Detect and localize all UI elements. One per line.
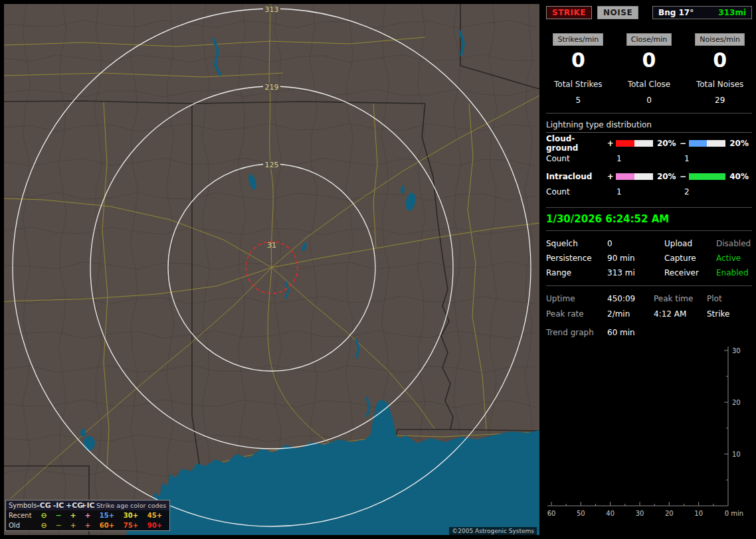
minus-sign: − — [680, 172, 687, 181]
current-datetime: 1/30/2026 6:24:52 AM — [546, 208, 752, 230]
recent-pcg-symbol: + — [66, 512, 80, 519]
ring-label-125: 125 — [265, 161, 279, 169]
trend-graph-window: 60 min — [607, 328, 752, 337]
intracloud-count-row: Count 1 2 — [546, 185, 752, 199]
y-tick-30: 30 — [732, 347, 741, 354]
bearing-range-display: Bng 17° 313mi — [652, 6, 752, 19]
noises-per-min-column: Noises/min 0 Total Noises 29 — [688, 33, 752, 105]
legend-col-pic: +IC — [80, 502, 95, 509]
age-code-75: 75+ — [119, 522, 143, 529]
trend-graph-row: Trend graph 60 min — [546, 328, 752, 337]
age-code-45: 45+ — [143, 512, 167, 519]
ring-label-31: 31 — [267, 241, 276, 250]
cg-minus-bar-fill — [689, 140, 708, 147]
ic-plus-percent: 20% — [655, 172, 680, 181]
plus-sign: + — [607, 139, 614, 148]
cg-minus-bar — [689, 140, 726, 147]
ring-label-219: 219 — [265, 83, 279, 92]
stats-grid: Uptime 450:09 Peak time Plot Peak rate 2… — [546, 294, 752, 319]
peak-rate-label: Peak rate — [546, 309, 607, 319]
x-tick-40: 40 — [606, 510, 614, 517]
x-tick-20: 20 — [665, 510, 674, 517]
ic-plus-count: 1 — [616, 187, 684, 196]
total-close-label: Total Close — [617, 80, 682, 89]
persistence-label: Persistence — [546, 254, 607, 263]
old-pcg-symbol: + — [66, 522, 80, 529]
cg-plus-percent: 20% — [655, 139, 680, 148]
separator — [546, 230, 752, 231]
old-ncg-symbol: ⊖ — [37, 522, 51, 529]
status-grid: Squelch 0 Upload Disabled Persistence 90… — [546, 239, 752, 277]
strikes-per-min-column: Strikes/min 0 Total Strikes 5 — [546, 33, 611, 105]
strike-tab[interactable]: STRIKE — [546, 6, 592, 19]
upload-status: Disabled — [716, 239, 752, 248]
age-code-30: 30+ — [119, 512, 143, 519]
receiver-status: Enabled — [716, 268, 752, 277]
mode-toggle-row: STRIKE NOISE Bng 17° 313mi — [546, 5, 752, 20]
x-tick-30: 30 — [636, 510, 644, 517]
trend-graph-label: Trend graph — [546, 328, 607, 337]
peak-time-value: 4:12 AM — [654, 309, 707, 319]
distribution-title: Lightning type distribution — [546, 120, 752, 133]
separator — [546, 113, 752, 114]
legend-old-label: Old — [6, 522, 37, 529]
close-per-min-header: Close/min — [626, 33, 672, 46]
legend-col-nic: -IC — [51, 502, 66, 509]
cg-plus-count: 1 — [616, 154, 684, 163]
uptime-value: 450:09 — [607, 294, 654, 303]
intracloud-row: Intracloud + 20% − 40% — [546, 169, 752, 185]
legend-recent-row: Recent ⊖ − + + 15+ 30+ 45+ — [6, 510, 169, 520]
legend-col-ncg: -CG — [37, 502, 51, 509]
legend-recent-label: Recent — [6, 512, 37, 519]
close-per-min-column: Close/min 0 Total Close 0 — [617, 33, 682, 105]
rates-grid: Strikes/min 0 Total Strikes 5 Close/min … — [546, 33, 752, 105]
ic-minus-percent: 40% — [727, 172, 752, 181]
cg-plus-bar-fill — [616, 140, 634, 147]
app-window: 313 219 125 31 Symbols -CG -IC +CG +IC S… — [0, 0, 756, 539]
total-noises-label: Total Noises — [688, 80, 752, 89]
recent-nic-symbol: − — [51, 512, 66, 519]
total-strikes-value: 5 — [546, 96, 611, 105]
range-value: 313mi — [718, 8, 746, 17]
range-label: Range — [546, 268, 607, 277]
x-tick-60: 60 — [547, 510, 556, 517]
trend-graph: 30 20 10 60 50 40 30 20 10 0 min — [546, 343, 752, 522]
legend-old-row: Old ⊖ − + + 60+ 75+ 90+ — [6, 520, 169, 530]
y-tick-10: 10 — [732, 451, 741, 458]
old-nic-symbol: − — [51, 522, 66, 529]
range-setting-value: 313 mi — [607, 268, 664, 277]
squelch-label: Squelch — [546, 239, 607, 248]
cloud-ground-row: Cloud-ground + 20% − 20% — [546, 135, 752, 151]
capture-label: Capture — [664, 254, 716, 263]
age-code-60: 60+ — [95, 522, 119, 529]
squelch-value: 0 — [607, 239, 664, 248]
total-close-value: 0 — [617, 96, 682, 105]
lightning-map[interactable]: 313 219 125 31 Symbols -CG -IC +CG +IC S… — [4, 4, 539, 535]
persistence-value: 90 min — [607, 254, 664, 263]
x-tick-0min: 0 min — [725, 510, 743, 517]
total-strikes-label: Total Strikes — [546, 80, 611, 89]
x-tick-10: 10 — [694, 510, 703, 517]
plus-sign: + — [607, 172, 614, 181]
peak-time-label: Peak time — [654, 294, 707, 303]
map-legend: Symbols -CG -IC +CG +IC Strike age color… — [5, 500, 170, 531]
cg-minus-percent: 20% — [727, 139, 752, 148]
old-pic-symbol: + — [80, 522, 95, 529]
map-canvas: 313 219 125 31 — [4, 4, 539, 535]
bearing-value: Bng 17° — [658, 8, 694, 17]
age-code-90: 90+ — [143, 522, 167, 529]
noise-tab[interactable]: NOISE — [597, 6, 638, 19]
uptime-label: Uptime — [546, 294, 607, 303]
control-panel: STRIKE NOISE Bng 17° 313mi Strikes/min 0… — [546, 5, 752, 524]
ic-plus-bar-fill — [616, 173, 634, 180]
recent-ncg-symbol: ⊖ — [37, 512, 51, 519]
plot-value: Strike — [707, 309, 752, 319]
noises-per-min-value: 0 — [688, 48, 752, 72]
x-tick-50: 50 — [577, 510, 585, 517]
recent-pic-symbol: + — [80, 512, 95, 519]
ring-label-313: 313 — [265, 5, 279, 14]
copyright-text: ©2005 Astrogenic Systems — [449, 527, 537, 535]
cg-count-label: Count — [546, 154, 616, 163]
ic-count-label: Count — [546, 187, 616, 196]
peak-rate-value: 2/min — [607, 309, 654, 319]
